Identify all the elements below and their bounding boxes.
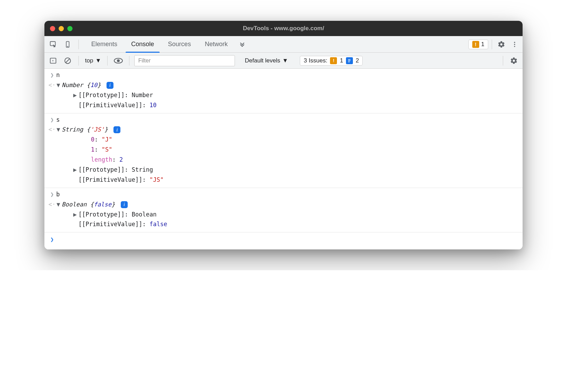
expand-toggle-icon[interactable]: ▼	[56, 199, 60, 210]
tab-label: Elements	[91, 41, 117, 48]
tab-label: Sources	[168, 41, 191, 48]
issues-indicator[interactable]: 3 Issues: ! 1 2	[300, 56, 363, 66]
output-chevron-icon: <·	[48, 125, 56, 135]
output-chevron-icon: <·	[48, 80, 56, 90]
tab-label: Network	[205, 41, 228, 48]
console-entry: ❯s<·▼String {'JS'} i 0: "J" 1: "S" lengt…	[44, 113, 523, 188]
input-chevron-icon: ❯	[48, 189, 56, 199]
console-input-text: b	[56, 189, 523, 199]
levels-label: Default levels	[245, 57, 280, 64]
window-controls	[50, 26, 73, 31]
live-expression-icon[interactable]	[112, 55, 124, 67]
object-property[interactable]: [[PrimitiveValue]]: false	[56, 219, 523, 229]
spacer	[73, 219, 77, 229]
expand-toggle-icon[interactable]: ▼	[56, 125, 60, 135]
devtools-window: DevTools - www.google.com/ Elements Cons…	[44, 21, 523, 249]
tab-sources[interactable]: Sources	[161, 36, 198, 52]
settings-button[interactable]	[496, 39, 507, 50]
expand-toggle-icon[interactable]: ▼	[56, 80, 60, 90]
separator	[78, 56, 79, 66]
issues-info-count: 2	[356, 57, 359, 64]
expand-toggle-icon[interactable]: ▶	[73, 210, 77, 220]
object-property[interactable]: ▶[[Prototype]]: String	[56, 165, 523, 175]
info-icon[interactable]: i	[107, 82, 113, 89]
svg-point-5	[514, 46, 515, 47]
object-property[interactable]: ▶[[Prototype]]: Boolean	[56, 210, 523, 220]
context-label: top	[85, 57, 93, 64]
warnings-count: 1	[481, 41, 484, 48]
svg-point-3	[514, 42, 515, 43]
console-input-text: s	[56, 115, 523, 125]
warning-icon: !	[472, 41, 479, 48]
spacer	[73, 100, 77, 110]
tab-network[interactable]: Network	[198, 36, 235, 52]
object-summary[interactable]: ▼String {'JS'} i	[56, 125, 523, 135]
object-summary[interactable]: ▼Boolean {false} i	[56, 199, 523, 210]
console-input-text: n	[56, 70, 523, 80]
warning-icon: !	[330, 57, 337, 64]
info-icon[interactable]: i	[113, 126, 120, 133]
separator	[78, 40, 79, 49]
inspect-element-icon[interactable]	[47, 39, 59, 50]
tab-console[interactable]: Console	[124, 36, 161, 52]
separator	[107, 56, 108, 66]
main-tabbar: Elements Console Sources Network ! 1	[44, 36, 523, 53]
svg-point-10	[117, 59, 120, 62]
tab-label: Console	[131, 41, 154, 48]
expand-toggle-icon[interactable]: ▶	[73, 90, 77, 100]
clear-console-icon[interactable]	[62, 55, 74, 67]
separator	[129, 56, 129, 66]
warnings-indicator[interactable]: ! 1	[468, 40, 488, 49]
console-prompt[interactable]: ❯	[44, 232, 523, 249]
close-window-button[interactable]	[50, 26, 55, 31]
object-property[interactable]: length: 2	[56, 155, 523, 165]
console-output: ❯n<·▼Number {10} i▶[[Prototype]]: Number…	[44, 69, 523, 249]
object-property[interactable]: 0: "J"	[56, 135, 523, 145]
chevron-down-icon: ▼	[282, 57, 288, 64]
spacer	[85, 145, 90, 155]
object-property[interactable]: [[PrimitiveValue]]: 10	[56, 100, 523, 110]
svg-line-8	[66, 59, 70, 62]
spacer	[73, 175, 77, 185]
svg-rect-0	[50, 41, 56, 45]
separator	[503, 56, 503, 66]
device-toolbar-icon[interactable]	[62, 39, 74, 50]
spacer	[85, 135, 90, 145]
output-chevron-icon: <·	[48, 199, 56, 210]
sidebar-toggle-icon[interactable]	[47, 55, 59, 67]
input-chevron-icon: ❯	[48, 115, 56, 125]
filter-input[interactable]	[134, 55, 235, 66]
tab-elements[interactable]: Elements	[84, 36, 124, 52]
kebab-menu-button[interactable]	[509, 39, 521, 50]
maximize-window-button[interactable]	[67, 26, 73, 31]
window-title: DevTools - www.google.com/	[44, 25, 523, 32]
console-entry: ❯n<·▼Number {10} i▶[[Prototype]]: Number…	[44, 69, 523, 113]
object-property[interactable]: [[PrimitiveValue]]: "JS"	[56, 175, 523, 185]
issues-warn-count: 1	[340, 57, 343, 64]
svg-point-4	[514, 44, 515, 45]
panel-tabs: Elements Console Sources Network	[84, 36, 235, 52]
chevron-down-icon: ▼	[95, 57, 101, 64]
minimize-window-button[interactable]	[59, 26, 64, 31]
info-icon	[346, 57, 353, 64]
more-tabs-button[interactable]	[235, 36, 250, 52]
spacer	[85, 155, 90, 165]
titlebar: DevTools - www.google.com/	[44, 21, 523, 36]
issues-label: 3 Issues:	[304, 57, 327, 64]
context-selector[interactable]: top ▼	[84, 57, 102, 64]
object-summary[interactable]: ▼Number {10} i	[56, 80, 523, 90]
info-icon[interactable]: i	[121, 201, 128, 208]
input-chevron-icon: ❯	[48, 70, 56, 80]
console-toolbar: top ▼ Default levels ▼ 3 Issues: ! 1 2	[44, 53, 523, 69]
console-entry: ❯b<·▼Boolean {false} i▶[[Prototype]]: Bo…	[44, 188, 523, 233]
prompt-chevron-icon: ❯	[48, 235, 56, 245]
log-levels-selector[interactable]: Default levels ▼	[245, 57, 288, 64]
object-property[interactable]: 1: "S"	[56, 145, 523, 155]
console-settings-icon[interactable]	[508, 55, 520, 67]
separator	[492, 40, 492, 49]
expand-toggle-icon[interactable]: ▶	[73, 165, 77, 175]
object-property[interactable]: ▶[[Prototype]]: Number	[56, 90, 523, 100]
